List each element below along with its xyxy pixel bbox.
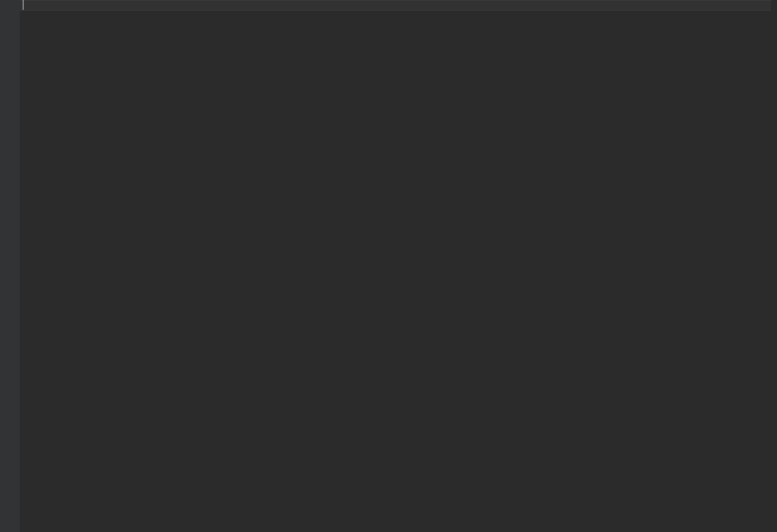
line-number-gutter <box>0 0 20 532</box>
code-area[interactable] <box>20 0 777 532</box>
code-editor[interactable] <box>0 0 777 532</box>
text-cursor <box>23 0 24 10</box>
current-line-highlight <box>20 0 771 11</box>
